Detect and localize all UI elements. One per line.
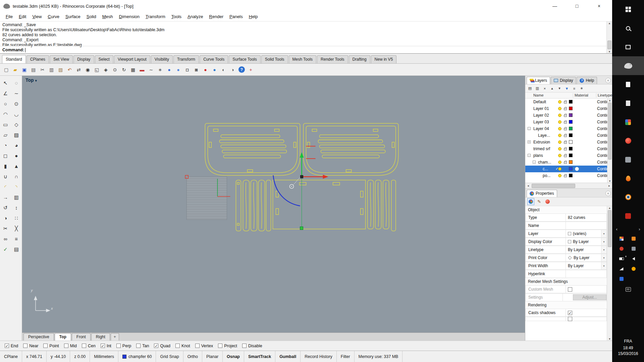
panel-options-icon[interactable]: ≡ — [605, 78, 611, 83]
layer-linetype[interactable]: Continuous — [597, 140, 607, 144]
trim-icon[interactable]: ✂ — [1, 224, 10, 233]
layer-visibility-bulb-icon[interactable] — [558, 120, 561, 124]
tab-help[interactable]: Help — [577, 77, 597, 84]
casts-shadows-checkbox[interactable] — [568, 311, 572, 315]
osnap-label[interactable]: End — [11, 344, 18, 348]
minimize-button[interactable]: — — [550, 3, 559, 9]
layer-tools-icon[interactable]: ∗ — [579, 85, 585, 92]
layer-linetype[interactable]: Continuous — [597, 106, 607, 111]
battery-icon[interactable] — [618, 255, 625, 262]
menu-surface[interactable]: Surface — [62, 13, 84, 20]
layer-name[interactable]: po... — [543, 173, 550, 178]
layer-list-hscrollbar[interactable]: ◂ ▸ — [525, 183, 612, 189]
menu-edit[interactable]: Edit — [16, 13, 29, 20]
viewport-tab-right[interactable]: Right — [91, 333, 110, 341]
layer-name[interactable]: Layer 04 — [533, 126, 549, 131]
viewport-tab-top[interactable]: Top — [55, 333, 71, 341]
eraser-icon[interactable]: ▬ — [138, 65, 146, 74]
hatched-surface[interactable] — [185, 175, 230, 220]
osnap-disable-checkbox[interactable] — [242, 344, 247, 348]
osnap-quad-checkbox[interactable] — [154, 344, 158, 348]
texture-mapping-page-icon[interactable] — [544, 198, 551, 205]
new-layer-icon[interactable]: ▤ — [527, 85, 533, 92]
menu-file[interactable]: File — [3, 13, 16, 20]
layer-name[interactable]: Default — [533, 100, 546, 104]
tab-select[interactable]: Select — [95, 55, 113, 63]
cone-icon[interactable]: ▲ — [12, 162, 21, 171]
gumball-widget[interactable] — [300, 152, 328, 230]
cylinder-icon[interactable]: ▮ — [1, 162, 10, 171]
layer-linetype[interactable]: Continuous — [597, 146, 607, 151]
tab-set-view[interactable]: Set View — [50, 55, 73, 63]
copy-object-icon[interactable]: ▥ — [12, 193, 21, 202]
planar-toggle[interactable]: Planar — [202, 351, 223, 362]
delete-layer-icon[interactable]: × — [542, 85, 548, 92]
box-icon[interactable]: ◻ — [1, 151, 10, 160]
tray-orange-icon[interactable] — [630, 235, 637, 242]
chevron-left-icon[interactable]: ‹ — [616, 227, 618, 232]
tab-display[interactable]: Display — [73, 55, 94, 63]
open-file-icon[interactable]: ▰ — [11, 65, 19, 74]
viewport-tab-front[interactable]: Front — [72, 333, 91, 341]
layer-color-swatch[interactable] — [569, 100, 573, 104]
layer-color-swatch[interactable] — [569, 167, 573, 171]
explorer-icon[interactable] — [612, 75, 644, 94]
flame-app-icon[interactable] — [612, 169, 644, 188]
column-material[interactable]: Material — [575, 93, 588, 97]
osnap-label[interactable]: Cen — [88, 344, 96, 348]
tab-render-tools[interactable]: Render Tools — [317, 55, 348, 63]
undo-icon[interactable]: ↶ — [65, 65, 74, 74]
offset-icon[interactable]: ≡ — [12, 234, 21, 243]
tab-drafting[interactable]: Drafting — [349, 55, 370, 63]
layer-lock-icon[interactable] — [564, 115, 567, 117]
tab-transform[interactable]: Transform — [173, 55, 199, 63]
paint3d-icon[interactable] — [612, 113, 644, 131]
volume-icon[interactable] — [630, 255, 637, 262]
layer-linetype[interactable]: Continuous — [597, 173, 607, 178]
lasso-icon[interactable]: ◌ — [12, 78, 21, 87]
revolve-icon[interactable]: ◔ — [1, 141, 10, 150]
layer-color-swatch[interactable] — [569, 133, 573, 137]
print-color-dropdown[interactable]: By Layer — [566, 254, 607, 262]
object-page-icon[interactable] — [527, 198, 534, 205]
osnap-end-checkbox[interactable] — [5, 344, 9, 348]
layer-linetype[interactable]: Continuous — [597, 120, 607, 124]
save-icon[interactable]: ▣ — [20, 65, 29, 74]
shaded-view-icon[interactable]: ● — [165, 65, 173, 74]
osnap-toggle[interactable]: Osnap — [223, 351, 244, 362]
document-icon[interactable] — [612, 94, 644, 113]
blender-icon[interactable] — [612, 188, 644, 206]
tab-curve-tools[interactable]: Curve Tools — [200, 55, 228, 63]
select-icon[interactable]: ↖ — [1, 78, 10, 87]
layer-row[interactable]: Default Continuous — [525, 99, 607, 105]
hyperlink-field[interactable] — [566, 270, 607, 278]
memory-pane[interactable]: Memory use: 337 MB — [355, 351, 403, 362]
chevron-down-icon[interactable] — [601, 238, 606, 245]
layer-color-swatch[interactable] — [569, 147, 573, 150]
new-file-icon[interactable]: ▢ — [2, 65, 10, 74]
layer-lock-icon[interactable] — [564, 108, 567, 110]
menu-analyze[interactable]: Analyze — [184, 13, 206, 20]
zoom-dynamic-icon[interactable]: ◉ — [84, 65, 92, 74]
loft-icon[interactable]: ▨ — [12, 130, 21, 139]
osnap-mid-checkbox[interactable] — [64, 344, 68, 348]
layer-lock-icon[interactable] — [564, 101, 567, 104]
named-views-icon[interactable]: ▦ — [129, 65, 137, 74]
layer-row[interactable]: - cham... Continuous — [525, 159, 607, 166]
search-icon[interactable] — [612, 19, 644, 38]
mirror-icon[interactable]: ◑ — [1, 214, 10, 223]
chevron-down-icon[interactable] — [601, 262, 606, 269]
ortho-toggle[interactable]: Ortho — [183, 351, 202, 362]
circle-icon[interactable]: ○ — [1, 99, 10, 108]
lock-objects-icon[interactable]: ◘ — [183, 65, 192, 74]
layer-name[interactable]: Laye... — [538, 133, 550, 138]
x-coordinate-pane[interactable]: x 746.71 — [22, 351, 47, 362]
expand-all-icon[interactable]: ▾ — [556, 85, 562, 92]
gumball-toggle[interactable]: Gumball — [275, 351, 301, 362]
copy-icon[interactable]: ▥ — [47, 65, 56, 74]
tab-display-panel[interactable]: Display — [551, 77, 576, 84]
show-icon[interactable]: ✓ — [1, 245, 10, 254]
expand-toggle-icon[interactable]: - — [528, 127, 531, 130]
osnap-label[interactable]: Near — [29, 344, 38, 348]
layer-lock-icon[interactable] — [564, 162, 567, 164]
